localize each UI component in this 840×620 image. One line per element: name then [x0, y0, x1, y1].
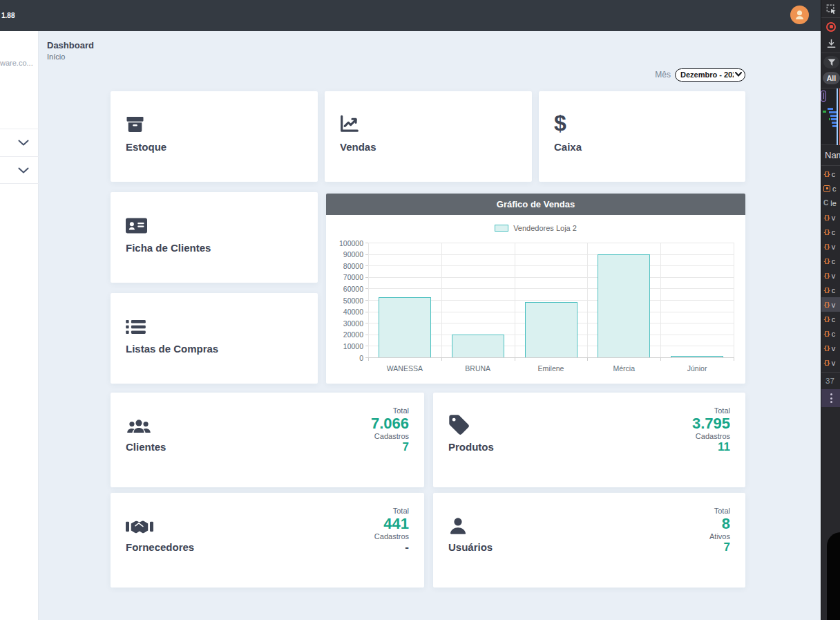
- sidebar-menu-item-1[interactable]: [0, 129, 39, 156]
- archive-icon: [126, 112, 303, 133]
- metric-value: 7: [709, 541, 730, 554]
- record-network-button[interactable]: [821, 19, 840, 35]
- card-estoque[interactable]: Estoque: [111, 91, 318, 182]
- download-icon: [826, 39, 837, 49]
- bar-Emilene[interactable]: [525, 302, 578, 357]
- x-axis-line: [368, 357, 734, 358]
- metric-label: Cadastros: [371, 432, 409, 440]
- person-icon: [794, 9, 805, 21]
- script-file-icon: {}: [823, 243, 830, 250]
- bar-BRUNA[interactable]: [452, 335, 504, 357]
- card-vendas[interactable]: Vendas: [325, 91, 532, 182]
- metric-label: Ativos: [709, 532, 730, 541]
- card-ficha-de-clientes[interactable]: Ficha de Clientes: [111, 192, 318, 283]
- breadcrumb: Início: [47, 53, 65, 61]
- gridline-h: [368, 288, 734, 289]
- y-axis-tick: 100000: [329, 239, 363, 247]
- version-text: 1.88: [1, 12, 15, 19]
- network-request-row[interactable]: {}c: [821, 167, 840, 181]
- gridline-h: [368, 277, 734, 278]
- metric-value: -: [374, 541, 409, 554]
- request-name: c: [832, 286, 836, 294]
- metric-label: Total: [692, 406, 730, 415]
- card-usuarios[interactable]: Usuários Total 8 Ativos 7: [433, 493, 745, 588]
- y-tick-mark: [365, 254, 368, 255]
- y-axis-tick: 60000: [329, 285, 363, 293]
- network-request-row[interactable]: {}c: [821, 254, 840, 268]
- network-request-row[interactable]: {}v: [821, 297, 840, 312]
- network-request-row[interactable]: {}v: [821, 268, 840, 283]
- script-file-icon: {}: [823, 171, 830, 178]
- dollar-icon: $: [554, 112, 730, 133]
- name-column-header[interactable]: Nam: [821, 145, 840, 166]
- month-select[interactable]: Dezembro - 2024: [675, 68, 745, 82]
- x-tick-mark: [660, 357, 661, 361]
- card-caixa[interactable]: $ Caixa: [539, 91, 745, 182]
- network-request-row[interactable]: {}c: [821, 312, 840, 326]
- card-label: Caixa: [554, 141, 730, 153]
- card-label: Produtos: [448, 441, 494, 453]
- network-request-list: {}ccCle{}v{}c{}v{}c{}v{}c{}v{}c{}c{}v{}v: [821, 167, 840, 370]
- x-tick-mark: [587, 357, 588, 361]
- filter-button[interactable]: [823, 56, 839, 68]
- gridline-v: [515, 243, 515, 357]
- overflow-menu-button[interactable]: [821, 389, 840, 407]
- users-icon: [126, 412, 152, 435]
- waterfall-bar: [830, 115, 837, 117]
- metric-value: 7: [371, 440, 409, 454]
- script-file-icon: {}: [823, 229, 830, 236]
- gridline-v: [441, 243, 442, 357]
- card-label: Listas de Compras: [126, 343, 303, 355]
- bar-WANESSA[interactable]: [379, 297, 431, 357]
- gridline-v: [368, 243, 369, 357]
- css-file-icon: C: [823, 199, 828, 207]
- card-fornecedores[interactable]: Fornecedores Total 441 Cadastros -: [111, 493, 424, 588]
- script-file-icon: {}: [823, 345, 830, 352]
- card-metrics: Total 441 Cadastros -: [374, 507, 409, 555]
- network-request-row[interactable]: {}v: [821, 239, 840, 254]
- request-name: v: [832, 301, 836, 309]
- network-request-row[interactable]: {}v: [821, 210, 840, 225]
- request-name: c: [832, 228, 836, 236]
- legend-label: Vendedores Loja 2: [513, 224, 577, 232]
- request-count: 37: [821, 372, 840, 389]
- script-file-icon: {}: [823, 301, 830, 308]
- request-name: c: [832, 185, 837, 193]
- inspect-icon: [826, 4, 837, 15]
- card-produtos[interactable]: Produtos Total 3.795 Cadastros 11: [433, 393, 745, 487]
- request-name: v: [832, 243, 836, 251]
- user-avatar[interactable]: [790, 6, 809, 24]
- sidebar-menu-item-2[interactable]: [0, 156, 39, 184]
- gridline-h: [368, 265, 734, 266]
- network-request-row[interactable]: {}v: [821, 355, 840, 370]
- network-request-row[interactable]: {}c: [821, 326, 840, 341]
- divider: [821, 17, 840, 18]
- request-name: v: [832, 359, 836, 367]
- card-listas-de-compras[interactable]: Listas de Compras: [111, 293, 318, 384]
- chart-line-icon: [340, 112, 517, 133]
- request-name: v: [832, 214, 836, 222]
- waterfall-bar: [823, 111, 826, 113]
- request-name: v: [832, 344, 836, 353]
- inspect-element-button[interactable]: [821, 1, 840, 17]
- y-axis-tick: 50000: [329, 297, 363, 305]
- chevron-down-icon: [18, 167, 29, 173]
- waterfall-load-line: [837, 88, 838, 146]
- legend-swatch: [495, 225, 508, 232]
- filter-all-button[interactable]: All: [823, 72, 840, 84]
- card-clientes[interactable]: Clientes Total 7.066 Cadastros 7: [111, 393, 424, 487]
- metric-label: Total: [374, 507, 409, 515]
- bar-Mércia[interactable]: [598, 254, 650, 357]
- card-label: Ficha de Clientes: [126, 242, 303, 254]
- network-request-row[interactable]: {}c: [821, 225, 840, 239]
- metric-value: 11: [692, 440, 730, 454]
- panel-resize-handle[interactable]: [821, 91, 826, 102]
- x-tick-mark: [441, 357, 442, 361]
- network-overview-waterfall[interactable]: [821, 88, 840, 145]
- y-axis-tick: 90000: [329, 250, 363, 259]
- network-request-row[interactable]: {}c: [821, 283, 840, 297]
- network-request-row[interactable]: {}v: [821, 341, 840, 355]
- network-request-row[interactable]: Cle: [821, 196, 840, 210]
- export-har-button[interactable]: [821, 36, 840, 51]
- network-request-row[interactable]: c: [821, 181, 840, 196]
